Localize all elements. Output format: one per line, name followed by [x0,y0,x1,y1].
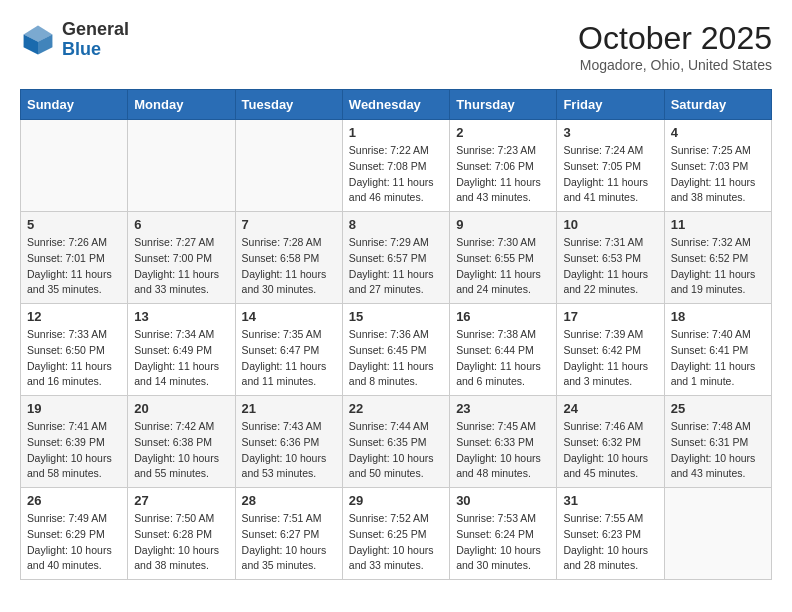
day-number: 30 [456,493,550,508]
col-header-wednesday: Wednesday [342,90,449,120]
day-info: Sunrise: 7:22 AMSunset: 7:08 PMDaylight:… [349,143,443,206]
day-number: 11 [671,217,765,232]
day-info: Sunrise: 7:29 AMSunset: 6:57 PMDaylight:… [349,235,443,298]
day-info: Sunrise: 7:52 AMSunset: 6:25 PMDaylight:… [349,511,443,574]
day-info: Sunrise: 7:24 AMSunset: 7:05 PMDaylight:… [563,143,657,206]
day-info: Sunrise: 7:27 AMSunset: 7:00 PMDaylight:… [134,235,228,298]
day-number: 5 [27,217,121,232]
calendar-cell: 13Sunrise: 7:34 AMSunset: 6:49 PMDayligh… [128,304,235,396]
day-number: 29 [349,493,443,508]
calendar-header-row: SundayMondayTuesdayWednesdayThursdayFrid… [21,90,772,120]
calendar-cell: 11Sunrise: 7:32 AMSunset: 6:52 PMDayligh… [664,212,771,304]
calendar-cell: 12Sunrise: 7:33 AMSunset: 6:50 PMDayligh… [21,304,128,396]
col-header-friday: Friday [557,90,664,120]
logo-icon [20,22,56,58]
day-info: Sunrise: 7:48 AMSunset: 6:31 PMDaylight:… [671,419,765,482]
day-info: Sunrise: 7:34 AMSunset: 6:49 PMDaylight:… [134,327,228,390]
day-number: 26 [27,493,121,508]
day-info: Sunrise: 7:25 AMSunset: 7:03 PMDaylight:… [671,143,765,206]
day-number: 18 [671,309,765,324]
day-info: Sunrise: 7:32 AMSunset: 6:52 PMDaylight:… [671,235,765,298]
day-number: 8 [349,217,443,232]
calendar-cell [235,120,342,212]
day-number: 10 [563,217,657,232]
calendar-cell: 29Sunrise: 7:52 AMSunset: 6:25 PMDayligh… [342,488,449,580]
day-number: 24 [563,401,657,416]
logo: General Blue [20,20,129,60]
day-number: 7 [242,217,336,232]
day-info: Sunrise: 7:33 AMSunset: 6:50 PMDaylight:… [27,327,121,390]
day-number: 1 [349,125,443,140]
day-info: Sunrise: 7:36 AMSunset: 6:45 PMDaylight:… [349,327,443,390]
calendar-week-4: 19Sunrise: 7:41 AMSunset: 6:39 PMDayligh… [21,396,772,488]
calendar-cell: 2Sunrise: 7:23 AMSunset: 7:06 PMDaylight… [450,120,557,212]
day-info: Sunrise: 7:23 AMSunset: 7:06 PMDaylight:… [456,143,550,206]
day-info: Sunrise: 7:51 AMSunset: 6:27 PMDaylight:… [242,511,336,574]
calendar-cell: 21Sunrise: 7:43 AMSunset: 6:36 PMDayligh… [235,396,342,488]
col-header-tuesday: Tuesday [235,90,342,120]
title-block: October 2025 Mogadore, Ohio, United Stat… [578,20,772,73]
calendar-cell: 18Sunrise: 7:40 AMSunset: 6:41 PMDayligh… [664,304,771,396]
day-info: Sunrise: 7:42 AMSunset: 6:38 PMDaylight:… [134,419,228,482]
calendar-cell: 23Sunrise: 7:45 AMSunset: 6:33 PMDayligh… [450,396,557,488]
calendar-cell: 4Sunrise: 7:25 AMSunset: 7:03 PMDaylight… [664,120,771,212]
day-number: 23 [456,401,550,416]
day-number: 12 [27,309,121,324]
day-number: 15 [349,309,443,324]
calendar-cell: 8Sunrise: 7:29 AMSunset: 6:57 PMDaylight… [342,212,449,304]
calendar-cell: 27Sunrise: 7:50 AMSunset: 6:28 PMDayligh… [128,488,235,580]
calendar-cell: 17Sunrise: 7:39 AMSunset: 6:42 PMDayligh… [557,304,664,396]
calendar-cell: 20Sunrise: 7:42 AMSunset: 6:38 PMDayligh… [128,396,235,488]
day-number: 31 [563,493,657,508]
calendar-cell [21,120,128,212]
day-info: Sunrise: 7:49 AMSunset: 6:29 PMDaylight:… [27,511,121,574]
calendar-cell: 14Sunrise: 7:35 AMSunset: 6:47 PMDayligh… [235,304,342,396]
page-header: General Blue October 2025 Mogadore, Ohio… [20,20,772,73]
calendar-cell: 19Sunrise: 7:41 AMSunset: 6:39 PMDayligh… [21,396,128,488]
calendar-cell: 10Sunrise: 7:31 AMSunset: 6:53 PMDayligh… [557,212,664,304]
calendar-cell [664,488,771,580]
day-info: Sunrise: 7:45 AMSunset: 6:33 PMDaylight:… [456,419,550,482]
calendar-cell: 7Sunrise: 7:28 AMSunset: 6:58 PMDaylight… [235,212,342,304]
day-number: 19 [27,401,121,416]
calendar-cell: 6Sunrise: 7:27 AMSunset: 7:00 PMDaylight… [128,212,235,304]
day-info: Sunrise: 7:43 AMSunset: 6:36 PMDaylight:… [242,419,336,482]
day-number: 6 [134,217,228,232]
calendar-cell: 30Sunrise: 7:53 AMSunset: 6:24 PMDayligh… [450,488,557,580]
day-info: Sunrise: 7:28 AMSunset: 6:58 PMDaylight:… [242,235,336,298]
day-info: Sunrise: 7:46 AMSunset: 6:32 PMDaylight:… [563,419,657,482]
calendar-table: SundayMondayTuesdayWednesdayThursdayFrid… [20,89,772,580]
calendar-cell: 22Sunrise: 7:44 AMSunset: 6:35 PMDayligh… [342,396,449,488]
calendar-cell: 24Sunrise: 7:46 AMSunset: 6:32 PMDayligh… [557,396,664,488]
calendar-cell [128,120,235,212]
col-header-monday: Monday [128,90,235,120]
calendar-cell: 9Sunrise: 7:30 AMSunset: 6:55 PMDaylight… [450,212,557,304]
day-info: Sunrise: 7:38 AMSunset: 6:44 PMDaylight:… [456,327,550,390]
day-number: 25 [671,401,765,416]
calendar-cell: 1Sunrise: 7:22 AMSunset: 7:08 PMDaylight… [342,120,449,212]
day-number: 20 [134,401,228,416]
day-number: 2 [456,125,550,140]
calendar-week-5: 26Sunrise: 7:49 AMSunset: 6:29 PMDayligh… [21,488,772,580]
calendar-cell: 26Sunrise: 7:49 AMSunset: 6:29 PMDayligh… [21,488,128,580]
calendar-week-1: 1Sunrise: 7:22 AMSunset: 7:08 PMDaylight… [21,120,772,212]
calendar-cell: 16Sunrise: 7:38 AMSunset: 6:44 PMDayligh… [450,304,557,396]
calendar-cell: 15Sunrise: 7:36 AMSunset: 6:45 PMDayligh… [342,304,449,396]
calendar-week-3: 12Sunrise: 7:33 AMSunset: 6:50 PMDayligh… [21,304,772,396]
calendar-week-2: 5Sunrise: 7:26 AMSunset: 7:01 PMDaylight… [21,212,772,304]
day-number: 3 [563,125,657,140]
day-info: Sunrise: 7:26 AMSunset: 7:01 PMDaylight:… [27,235,121,298]
day-number: 4 [671,125,765,140]
day-info: Sunrise: 7:44 AMSunset: 6:35 PMDaylight:… [349,419,443,482]
month-title: October 2025 [578,20,772,57]
location: Mogadore, Ohio, United States [578,57,772,73]
day-number: 14 [242,309,336,324]
day-info: Sunrise: 7:31 AMSunset: 6:53 PMDaylight:… [563,235,657,298]
calendar-cell: 28Sunrise: 7:51 AMSunset: 6:27 PMDayligh… [235,488,342,580]
calendar-cell: 25Sunrise: 7:48 AMSunset: 6:31 PMDayligh… [664,396,771,488]
calendar-cell: 5Sunrise: 7:26 AMSunset: 7:01 PMDaylight… [21,212,128,304]
day-info: Sunrise: 7:39 AMSunset: 6:42 PMDaylight:… [563,327,657,390]
calendar-cell: 31Sunrise: 7:55 AMSunset: 6:23 PMDayligh… [557,488,664,580]
day-number: 22 [349,401,443,416]
calendar-cell: 3Sunrise: 7:24 AMSunset: 7:05 PMDaylight… [557,120,664,212]
